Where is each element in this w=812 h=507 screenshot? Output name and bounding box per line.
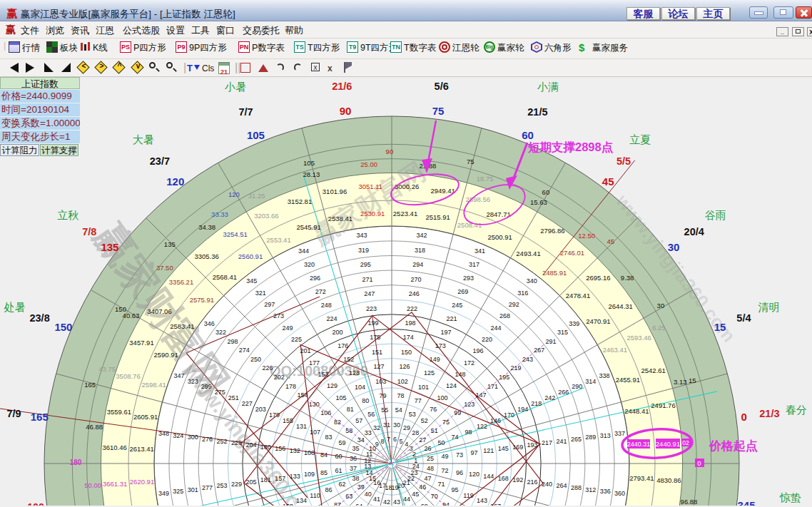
svg-text:46: 46 — [419, 483, 426, 491]
svg-text:28: 28 — [412, 429, 419, 436]
svg-text:23/8: 23/8 — [29, 312, 49, 324]
svg-text:120: 120 — [228, 190, 240, 198]
svg-text:77: 77 — [415, 397, 422, 404]
svg-text:43: 43 — [393, 498, 400, 506]
svg-text:301: 301 — [188, 486, 198, 493]
svg-text:立夏: 立夏 — [629, 133, 651, 145]
svg-text:3407.06: 3407.06 — [147, 307, 171, 315]
svg-text:125: 125 — [424, 369, 435, 377]
svg-text:27: 27 — [419, 436, 426, 444]
svg-text:223: 223 — [366, 305, 377, 312]
svg-text:80: 80 — [362, 397, 369, 404]
svg-text:55: 55 — [381, 406, 388, 414]
svg-text:266: 266 — [558, 389, 569, 396]
svg-text:324: 324 — [173, 432, 183, 439]
svg-text:24: 24 — [412, 463, 420, 470]
svg-text:317: 317 — [469, 261, 479, 268]
svg-text:165: 165 — [31, 411, 49, 423]
svg-text:2605.91: 2605.91 — [133, 413, 158, 421]
svg-text:253: 253 — [217, 482, 228, 489]
svg-text:2: 2 — [412, 451, 416, 458]
svg-text:96: 96 — [456, 469, 463, 476]
svg-text:2598.41: 2598.41 — [141, 381, 166, 389]
svg-text:120: 120 — [469, 471, 479, 478]
svg-text:惊蛰: 惊蛰 — [779, 491, 801, 503]
svg-text:2478.41: 2478.41 — [566, 292, 590, 299]
svg-text:处暑: 处暑 — [4, 301, 26, 313]
svg-text:314: 314 — [585, 378, 596, 385]
svg-text:104: 104 — [355, 384, 365, 391]
svg-text:23/7: 23/7 — [150, 155, 170, 167]
svg-text:217: 217 — [542, 439, 552, 446]
svg-text:155: 155 — [283, 417, 293, 424]
svg-text:3203.66: 3203.66 — [254, 212, 278, 220]
svg-text:2553.41: 2553.41 — [266, 236, 290, 244]
svg-text:82: 82 — [334, 419, 341, 426]
svg-text:192: 192 — [512, 476, 523, 483]
svg-text:349: 349 — [158, 490, 169, 497]
svg-text:360: 360 — [614, 490, 625, 497]
svg-text:25.00: 25.00 — [360, 160, 377, 168]
svg-text:295: 295 — [360, 261, 371, 268]
svg-text:35: 35 — [352, 445, 360, 452]
svg-text:76: 76 — [430, 406, 437, 413]
svg-text:75: 75 — [432, 105, 445, 117]
svg-text:春分: 春分 — [786, 404, 807, 416]
svg-text:60: 60 — [542, 188, 550, 196]
svg-text:44: 44 — [403, 496, 410, 503]
svg-text:2560.91: 2560.91 — [238, 252, 263, 260]
svg-text:86: 86 — [325, 486, 332, 493]
svg-text:2949.41: 2949.41 — [430, 187, 455, 195]
svg-text:315: 315 — [557, 329, 568, 336]
svg-text:37.50: 37.50 — [156, 264, 173, 272]
svg-text:立秋: 立秋 — [57, 209, 78, 221]
svg-text:3101.96: 3101.96 — [323, 188, 347, 195]
svg-text:171: 171 — [487, 383, 498, 390]
svg-text:78: 78 — [397, 392, 404, 399]
svg-text:32: 32 — [373, 424, 380, 431]
svg-text:150: 150 — [54, 321, 72, 333]
svg-text:124: 124 — [446, 382, 457, 389]
svg-text:2463.41: 2463.41 — [603, 346, 627, 354]
svg-text:45: 45 — [412, 491, 419, 498]
svg-text:28.13: 28.13 — [303, 170, 320, 178]
svg-text:316: 316 — [517, 290, 528, 297]
svg-text:268: 268 — [499, 312, 510, 319]
svg-text:122: 122 — [477, 423, 487, 430]
svg-text:319: 319 — [358, 247, 369, 254]
svg-text:2493.41: 2493.41 — [516, 250, 540, 257]
svg-text:50.00: 50.00 — [84, 481, 101, 489]
svg-text:347: 347 — [174, 372, 185, 379]
svg-text:345: 345 — [246, 277, 257, 285]
svg-text:313: 313 — [600, 432, 611, 439]
svg-text:197: 197 — [441, 329, 452, 336]
svg-text:147: 147 — [475, 391, 486, 399]
svg-text:172: 172 — [464, 359, 474, 367]
svg-text:127: 127 — [374, 363, 385, 370]
svg-text:241: 241 — [556, 438, 567, 445]
svg-text:109: 109 — [304, 471, 315, 478]
svg-text:151: 151 — [372, 349, 382, 356]
svg-text:193: 193 — [527, 441, 538, 449]
svg-text:277: 277 — [202, 484, 213, 491]
svg-text:121: 121 — [483, 447, 494, 454]
svg-text:148: 148 — [455, 371, 465, 378]
svg-text:247: 247 — [364, 290, 375, 297]
svg-text:100: 100 — [437, 394, 447, 401]
svg-text:2448.41: 2448.41 — [624, 407, 649, 415]
svg-text:203: 203 — [255, 406, 266, 413]
svg-text:5/6: 5/6 — [435, 81, 449, 92]
svg-text:321: 321 — [255, 290, 266, 297]
svg-text:271: 271 — [362, 276, 372, 283]
svg-text:60: 60 — [335, 453, 342, 460]
svg-text:322: 322 — [215, 329, 226, 336]
svg-text:228: 228 — [231, 439, 242, 446]
svg-text:59: 59 — [338, 439, 345, 446]
svg-text:318: 318 — [415, 247, 425, 254]
svg-text:短期支撑2898点: 短期支撑2898点 — [527, 140, 614, 154]
svg-text:246: 246 — [409, 290, 420, 297]
svg-text:157: 157 — [275, 475, 285, 482]
svg-text:3305.36: 3305.36 — [194, 252, 218, 260]
svg-text:9.38: 9.38 — [621, 274, 634, 282]
svg-text:167: 167 — [490, 503, 501, 506]
